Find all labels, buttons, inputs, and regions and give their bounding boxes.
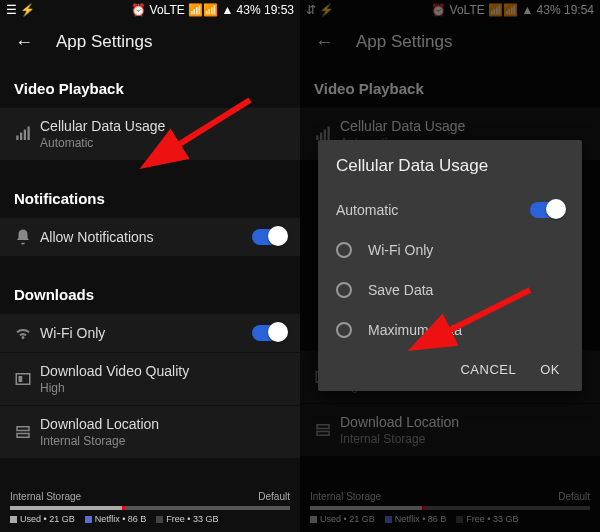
row-sublabel: High: [40, 381, 286, 395]
left-screenshot: ☰ ⚡ ⏰ VoLTE 📶📶 ▲ 43% 19:53 ← App Setting…: [0, 0, 300, 532]
row-download-location[interactable]: Download Location Internal Storage: [0, 405, 300, 458]
cancel-button[interactable]: CANCEL: [460, 362, 516, 377]
svg-rect-5: [19, 376, 23, 382]
storage-title: Internal Storage: [10, 491, 81, 502]
row-label: Cellular Data Usage: [40, 118, 286, 134]
app-header: ← App Settings: [0, 20, 300, 64]
option-label: Save Data: [368, 282, 564, 298]
row-wifi-only[interactable]: Wi-Fi Only: [0, 313, 300, 352]
row-sublabel: Internal Storage: [40, 434, 286, 448]
section-notifications: Notifications: [0, 174, 300, 217]
svg-rect-3: [28, 127, 30, 141]
row-label: Allow Notifications: [40, 229, 252, 245]
svg-rect-6: [17, 427, 29, 431]
row-sublabel: Automatic: [40, 136, 286, 150]
radio-icon: [336, 322, 352, 338]
status-left-icons: ☰ ⚡: [6, 4, 35, 16]
storage-default: Default: [258, 491, 290, 502]
svg-rect-1: [20, 133, 22, 141]
dialog-title: Cellular Data Usage: [336, 156, 564, 176]
radio-icon: [336, 242, 352, 258]
storage-icon: [14, 423, 40, 441]
row-label: Download Location: [40, 416, 286, 432]
notifications-toggle[interactable]: [252, 229, 286, 245]
svg-rect-7: [17, 434, 29, 438]
section-downloads: Downloads: [0, 270, 300, 313]
wifi-only-toggle[interactable]: [252, 325, 286, 341]
storage-bar: [10, 506, 290, 510]
svg-rect-2: [24, 130, 26, 141]
back-arrow-icon[interactable]: ←: [12, 32, 36, 53]
row-allow-notifications[interactable]: Allow Notifications: [0, 217, 300, 256]
signal-bars-icon: [14, 125, 40, 143]
cellular-data-dialog: Cellular Data Usage Automatic Wi-Fi Only…: [318, 140, 582, 391]
row-cellular-data-usage[interactable]: Cellular Data Usage Automatic: [0, 107, 300, 160]
svg-rect-4: [16, 374, 30, 385]
row-label: Wi-Fi Only: [40, 325, 252, 341]
video-quality-icon: [14, 370, 40, 388]
wifi-icon: [14, 324, 40, 342]
dialog-option-wifi-only[interactable]: Wi-Fi Only: [336, 230, 564, 270]
storage-footer: Internal Storage Default Used • 21 GB Ne…: [0, 485, 300, 532]
status-bar: ☰ ⚡ ⏰ VoLTE 📶📶 ▲ 43% 19:53: [0, 0, 300, 20]
legend-netflix: Netflix • 86 B: [85, 514, 147, 524]
status-right-icons: ⏰ VoLTE 📶📶 ▲ 43% 19:53: [131, 4, 294, 16]
section-video-playback: Video Playback: [0, 64, 300, 107]
svg-rect-0: [16, 136, 18, 141]
row-label: Download Video Quality: [40, 363, 286, 379]
legend-used: Used • 21 GB: [10, 514, 75, 524]
dialog-row-automatic[interactable]: Automatic: [336, 190, 564, 230]
radio-icon: [336, 282, 352, 298]
option-label: Wi-Fi Only: [368, 242, 564, 258]
dialog-option-maximum-data[interactable]: Maximum Data: [336, 310, 564, 350]
right-screenshot: ⇵ ⚡ ⏰ VoLTE 📶📶 ▲ 43% 19:54 ← App Setting…: [300, 0, 600, 532]
bell-icon: [14, 228, 40, 246]
automatic-toggle[interactable]: [530, 202, 564, 218]
page-title: App Settings: [36, 32, 288, 52]
automatic-label: Automatic: [336, 202, 530, 218]
legend-free: Free • 33 GB: [156, 514, 218, 524]
dialog-option-save-data[interactable]: Save Data: [336, 270, 564, 310]
ok-button[interactable]: OK: [540, 362, 560, 377]
option-label: Maximum Data: [368, 322, 564, 338]
row-download-quality[interactable]: Download Video Quality High: [0, 352, 300, 405]
